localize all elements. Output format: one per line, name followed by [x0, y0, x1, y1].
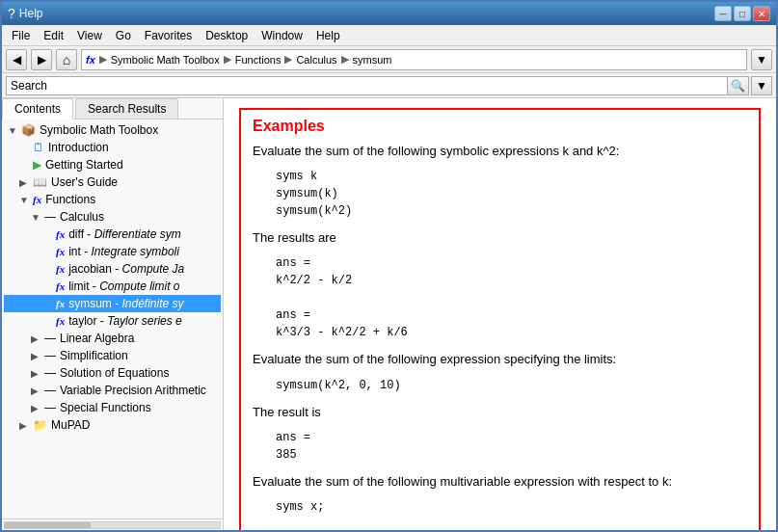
result-line-1a: ans = — [276, 254, 747, 272]
right-panel: Examples Evaluate the sum of the followi… — [224, 98, 776, 530]
tab-bar: Contents Search Results — [2, 98, 223, 120]
results-label-1: The results are — [253, 229, 747, 247]
tab-search-results[interactable]: Search Results — [75, 98, 178, 119]
menu-help[interactable]: Help — [310, 27, 346, 44]
expand-icon-simplification: ▶ — [31, 351, 40, 361]
address-dropdown-button[interactable]: ▼ — [751, 49, 772, 70]
results-label-2: The result is — [253, 404, 747, 421]
tree-item-introduction[interactable]: 🗒 Introduction — [4, 139, 221, 156]
tree-item-symsum[interactable]: fx symsum - Indéfinite sy — [4, 295, 221, 312]
search-button[interactable]: 🔍 — [728, 76, 749, 95]
getting-started-icon: ▶ — [33, 158, 41, 172]
back-button[interactable]: ◀ — [6, 49, 27, 70]
tree-label-symsum: symsum - Indéfinite sy — [68, 297, 183, 310]
code-line-3a: syms x; — [276, 498, 747, 516]
help-window: ? Help ─ □ ✕ File Edit View Go Favorites… — [0, 0, 778, 532]
tree-label-calculus: Calculus — [60, 210, 104, 224]
examples-section: Examples Evaluate the sum of the followi… — [239, 108, 761, 530]
tree-label-mupad: MuPAD — [51, 418, 90, 432]
menu-file[interactable]: File — [6, 27, 36, 44]
search-bar: 🔍 ▼ — [2, 73, 776, 98]
forward-button[interactable]: ▶ — [31, 49, 52, 70]
tree-item-jacobian[interactable]: fx jacobian - Compute Ja — [4, 260, 221, 278]
tree-item-mupad[interactable]: ▶ 📁 MuPAD — [4, 416, 221, 434]
result-line-2b: 385 — [276, 446, 747, 464]
address-sep4: ▶ — [341, 53, 349, 66]
code-block-3: syms x; — [276, 498, 747, 516]
address-toolbox: Symbolic Math Toolbox — [111, 54, 220, 66]
app-icon: ? — [8, 6, 15, 21]
tree-item-variable-precision[interactable]: ▶ — Variable Precision Arithmetic — [4, 382, 221, 399]
tree-label-limit: limit - Compute limit o — [68, 279, 179, 293]
tree-label-linear-algebra: Linear Algebra — [60, 332, 134, 345]
tree-item-calculus[interactable]: ▼ — Calculus — [4, 208, 221, 226]
tree-item-taylor[interactable]: fx taylor - Taylor series e — [4, 312, 221, 330]
menu-go[interactable]: Go — [110, 27, 137, 44]
tree-view: ▼ 📦 Symbolic Math Toolbox 🗒 Introduction… — [2, 120, 223, 519]
results-block-2: ans = 385 — [276, 429, 747, 464]
result-line-1d: k^3/3 - k^2/2 + k/6 — [276, 324, 747, 341]
expand-icon-functions: ▼ — [19, 195, 29, 205]
maximize-button[interactable]: □ — [734, 6, 751, 21]
intro-text-1: Evaluate the sum of the following symbol… — [253, 143, 747, 160]
expand-button[interactable]: ▼ — [751, 76, 772, 95]
vpa-icon: — — [44, 384, 56, 397]
tree-item-functions[interactable]: ▼ fx Functions — [4, 191, 221, 208]
tree-item-diff[interactable]: fx diff - Differentiate sym — [4, 226, 221, 243]
expand-icon-calculus: ▼ — [31, 212, 40, 223]
address-sep2: ▶ — [224, 53, 231, 66]
expand-icon-symbolic: ▼ — [8, 125, 17, 136]
tree-item-symbolic-math[interactable]: ▼ 📦 Symbolic Math Toolbox — [4, 121, 221, 139]
search-input[interactable] — [6, 76, 728, 95]
tree-item-solution[interactable]: ▶ — Solution of Equations — [4, 364, 221, 382]
address-bar: fx ▶ Symbolic Math Toolbox ▶ Functions ▶… — [81, 49, 747, 70]
menu-edit[interactable]: Edit — [38, 27, 69, 44]
tree-label-functions: Functions — [45, 193, 95, 206]
solution-icon: — — [44, 366, 56, 380]
tree-label-getting-started: Getting Started — [45, 158, 123, 172]
toolbar: ◀ ▶ ⌂ fx ▶ Symbolic Math Toolbox ▶ Funct… — [2, 46, 776, 73]
menu-bar: File Edit View Go Favorites Desktop Wind… — [2, 25, 776, 46]
code-line-2a: symsum(k^2, 0, 10) — [276, 377, 747, 394]
menu-window[interactable]: Window — [255, 27, 309, 44]
tree-item-users-guide[interactable]: ▶ 📖 User's Guide — [4, 173, 221, 191]
address-sep1: ▶ — [99, 53, 107, 66]
expand-icon-vpa: ▶ — [31, 386, 40, 396]
diff-fx-icon: fx — [56, 228, 65, 240]
search-icon: 🔍 — [731, 79, 745, 93]
limit-fx-icon: fx — [56, 280, 65, 292]
calculus-icon: — — [44, 210, 56, 224]
expand-icon-users-guide: ▶ — [19, 177, 29, 188]
tree-item-linear-algebra[interactable]: ▶ — Linear Algebra — [4, 330, 221, 347]
tree-label-jacobian: jacobian - Compute Ja — [68, 262, 184, 276]
code-line-1b: symsum(k) — [276, 185, 747, 202]
intro-text-3: Evaluate the sum of the following multiv… — [253, 473, 747, 491]
tree-label-users-guide: User's Guide — [51, 175, 118, 189]
menu-favorites[interactable]: Favorites — [139, 27, 198, 44]
tree-item-getting-started[interactable]: ▶ Getting Started — [4, 156, 221, 173]
tree-item-special-functions[interactable]: ▶ — Special Functions — [4, 399, 221, 416]
tree-horizontal-scrollbar[interactable] — [2, 519, 223, 530]
mupad-icon: 📁 — [33, 418, 47, 432]
tree-item-limit[interactable]: fx limit - Compute limit o — [4, 278, 221, 295]
tree-item-int[interactable]: fx int - Integrate symboli — [4, 243, 221, 260]
jacobian-fx-icon: fx — [56, 263, 65, 275]
intro-text-2: Evaluate the sum of the following expres… — [253, 351, 747, 368]
symsum-fx-icon: fx — [56, 298, 65, 309]
tree-label-taylor: taylor - Taylor series e — [68, 314, 182, 328]
minimize-button[interactable]: ─ — [714, 6, 732, 21]
content-area[interactable]: Examples Evaluate the sum of the followi… — [224, 98, 776, 530]
tree-item-simplification[interactable]: ▶ — Simplification — [4, 347, 221, 364]
left-panel: Contents Search Results ▼ 📦 Symbolic Mat… — [2, 98, 224, 530]
examples-title: Examples — [253, 118, 747, 135]
menu-desktop[interactable]: Desktop — [200, 27, 254, 44]
menu-view[interactable]: View — [71, 27, 108, 44]
tab-contents[interactable]: Contents — [2, 98, 73, 120]
linear-icon: — — [44, 332, 56, 345]
address-sep3: ▶ — [284, 53, 292, 66]
close-button[interactable]: ✕ — [753, 6, 770, 21]
address-fx-icon: fx — [86, 54, 95, 66]
result-line-2a: ans = — [276, 429, 747, 446]
tree-label-vpa: Variable Precision Arithmetic — [60, 384, 206, 397]
home-button[interactable]: ⌂ — [56, 49, 77, 70]
